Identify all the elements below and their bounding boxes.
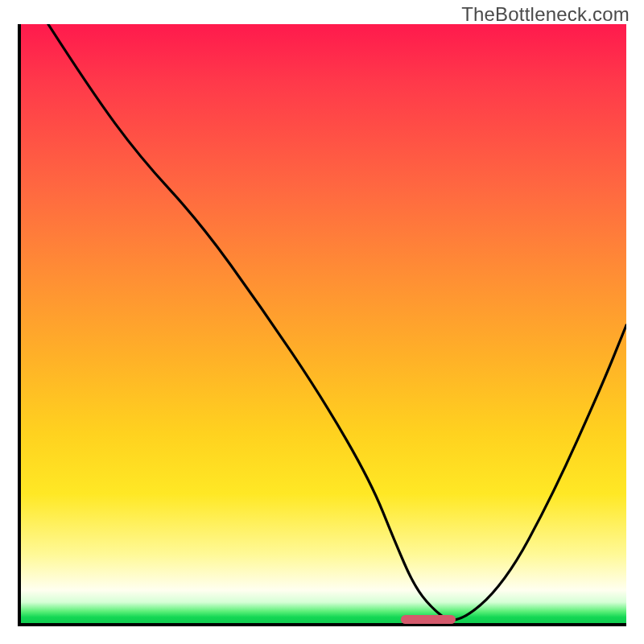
gradient-background <box>18 24 626 626</box>
plot-area <box>18 24 626 626</box>
optimum-marker <box>401 615 456 624</box>
watermark-text: TheBottleneck.com <box>461 3 630 26</box>
chart-stage: TheBottleneck.com <box>0 0 644 644</box>
